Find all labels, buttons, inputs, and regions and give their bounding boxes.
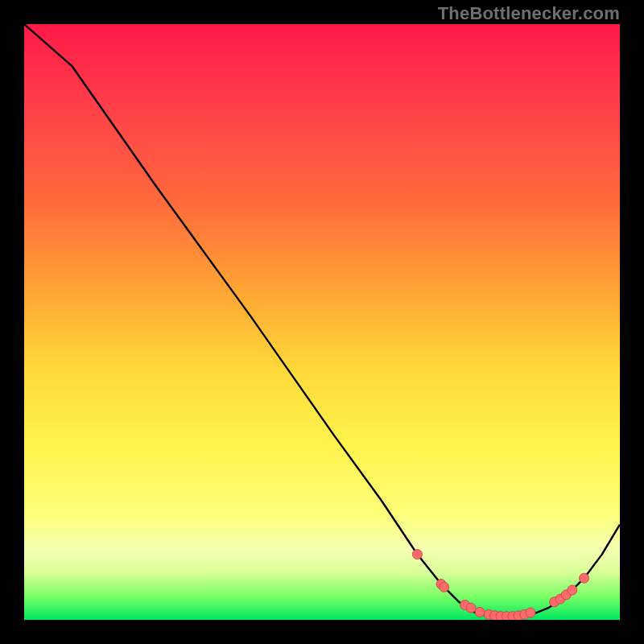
bottleneck-curve bbox=[24, 24, 620, 617]
curve-layer bbox=[24, 24, 620, 620]
chart-frame: TheBottlenecker.com bbox=[0, 0, 644, 644]
data-point-marker bbox=[526, 608, 535, 617]
data-point-marker bbox=[580, 573, 589, 583]
data-point-marker bbox=[412, 550, 422, 559]
data-point-marker bbox=[466, 603, 476, 613]
data-point-marker bbox=[568, 585, 577, 595]
plot-area bbox=[24, 24, 620, 620]
data-point-marker bbox=[440, 582, 449, 592]
watermark-text: TheBottlenecker.com bbox=[438, 3, 620, 24]
data-point-marker bbox=[475, 607, 485, 617]
